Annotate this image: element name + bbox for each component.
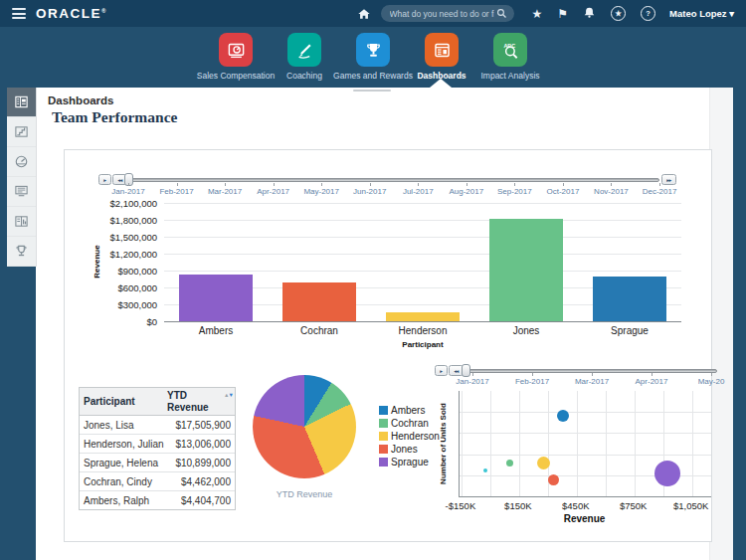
table-row[interactable]: Jones, Lisa$17,505,900 bbox=[80, 416, 235, 435]
pie-chart-caption: YTD Revenue bbox=[253, 489, 356, 499]
oracle-logo: ORACLE® bbox=[36, 6, 105, 21]
y-tick-label: $0 bbox=[146, 316, 157, 327]
search-input[interactable] bbox=[388, 8, 496, 20]
bar-jones[interactable] bbox=[489, 219, 563, 321]
table-row[interactable]: Ambers, Ralph$4,404,700 bbox=[80, 491, 235, 509]
hamburger-menu-icon[interactable] bbox=[12, 6, 26, 22]
timeline-tick bbox=[225, 183, 226, 186]
watchlist-flag-icon[interactable]: ⚑ bbox=[557, 8, 568, 20]
sidebar-item-dashboard[interactable] bbox=[7, 88, 36, 117]
search-icon[interactable] bbox=[496, 5, 507, 23]
y-tick-label: $1,800,000 bbox=[109, 215, 157, 226]
timeline-month-label: Aug-2017 bbox=[443, 187, 490, 196]
y-tick-label: $900,000 bbox=[117, 266, 157, 277]
bubble-chart-x-axis-title: Revenue bbox=[459, 513, 710, 524]
help-icon[interactable]: ? bbox=[641, 6, 655, 21]
active-nav-pointer bbox=[430, 79, 452, 88]
timeline-tick bbox=[563, 183, 564, 186]
legend-item-ambers: Ambers bbox=[379, 404, 440, 417]
table-row[interactable]: Henderson, Julian$13,006,000 bbox=[80, 435, 235, 454]
timeline-tick bbox=[370, 183, 371, 186]
timeline2-handle[interactable] bbox=[462, 364, 470, 377]
bubble-jones[interactable] bbox=[548, 474, 559, 485]
x-tick-label: $1,050K bbox=[661, 500, 721, 511]
gridline bbox=[462, 391, 463, 496]
bar-chart-x-axis-title: Participant bbox=[164, 340, 681, 349]
favorites-star-icon[interactable]: ★ bbox=[532, 8, 543, 20]
notifications-bell-icon[interactable] bbox=[583, 6, 596, 21]
nav-item-sales-compensation[interactable]: Sales Compensation bbox=[205, 27, 267, 88]
nav-scroll-handle[interactable] bbox=[353, 90, 391, 92]
ytd-revenue-pie-chart[interactable] bbox=[253, 375, 356, 478]
x-tick-label: $150K bbox=[488, 500, 548, 511]
timeline-month-label: Mar-2017 bbox=[201, 187, 249, 196]
bar-ambers[interactable] bbox=[179, 275, 253, 321]
sidebar-item-panels-chart[interactable] bbox=[7, 207, 36, 237]
bubble-cochran[interactable] bbox=[506, 460, 513, 467]
nav-label: Games and Rewards bbox=[333, 71, 413, 81]
y-tick-label: $2,100,000 bbox=[109, 198, 157, 209]
bubble-sprague[interactable] bbox=[654, 461, 680, 486]
table-row[interactable]: Cochran, Cindy$4,462,000 bbox=[80, 472, 235, 491]
bubble-ambers[interactable] bbox=[557, 410, 569, 422]
nav-item-games-and-rewards[interactable]: Games and Rewards bbox=[342, 27, 404, 88]
bubble-chart-plot bbox=[459, 391, 711, 497]
y-tick-label: $1,500,000 bbox=[109, 232, 157, 243]
dashboards-icon bbox=[425, 33, 459, 67]
home-icon[interactable] bbox=[357, 7, 371, 21]
timeline-month-label: Jul-2017 bbox=[394, 187, 442, 196]
bar-chart-plot bbox=[164, 203, 681, 322]
timeline1-fast-forward-button[interactable]: ▸▸ bbox=[661, 174, 676, 185]
bubble-henderson[interactable] bbox=[537, 457, 550, 469]
legend-item-sprague: Sprague bbox=[379, 456, 440, 468]
timeline-tick bbox=[418, 183, 419, 186]
table-header[interactable]: Participant YTD Revenue ▲▼ bbox=[80, 388, 235, 416]
timeline-month-label: Jan-2017 bbox=[449, 377, 496, 386]
cell-ytd-revenue: $13,006,000 bbox=[165, 439, 235, 450]
sidebar-item-steps[interactable] bbox=[7, 117, 36, 147]
sidebar-item-trophy[interactable] bbox=[7, 237, 36, 267]
legend-label: Henderson bbox=[391, 431, 440, 442]
timeline-tick bbox=[532, 373, 533, 376]
global-search[interactable] bbox=[381, 5, 514, 22]
timeline1-track[interactable] bbox=[128, 178, 659, 182]
x-tick-label: Ambers bbox=[164, 325, 268, 336]
gridline bbox=[460, 412, 711, 413]
table-body: Jones, Lisa$17,505,900Henderson, Julian$… bbox=[80, 416, 235, 509]
timeline-month-label: Feb-2017 bbox=[508, 377, 556, 386]
sidebar-item-gauge[interactable] bbox=[7, 147, 36, 177]
timeline-month-label: May-20 bbox=[687, 377, 735, 386]
gridline bbox=[606, 391, 607, 496]
bar-henderson[interactable] bbox=[386, 312, 460, 321]
timeline-month-label: Dec-2017 bbox=[636, 187, 683, 196]
user-menu[interactable]: Mateo Lopez ▾ bbox=[669, 8, 734, 19]
legend-label: Sprague bbox=[391, 457, 429, 467]
bubble-chart-x-ticks: -$150K$150K$450K$750K$1,050K bbox=[459, 500, 710, 512]
column-header-ytd-revenue[interactable]: YTD Revenue ▲▼ bbox=[165, 388, 235, 415]
timeline1-play-button[interactable]: ▸ bbox=[98, 174, 111, 185]
bar-sprague[interactable] bbox=[593, 277, 666, 321]
nav-item-impact-analysis[interactable]: ABC Impact Analysis bbox=[479, 27, 541, 88]
legend-swatch bbox=[379, 432, 388, 441]
legend-swatch bbox=[379, 458, 388, 467]
gridline bbox=[577, 391, 578, 496]
y-tick-label: $1,200,000 bbox=[109, 249, 157, 260]
timeline2-track[interactable] bbox=[465, 369, 717, 373]
y-tick-label: $600,000 bbox=[117, 282, 157, 293]
bar-cochran[interactable] bbox=[282, 282, 356, 321]
column-header-participant[interactable]: Participant bbox=[80, 394, 165, 409]
sidebar-item-plan-grid[interactable] bbox=[7, 177, 36, 207]
nav-item-coaching[interactable]: Coaching bbox=[274, 27, 335, 88]
sort-icons[interactable]: ▲▼ bbox=[224, 392, 233, 398]
timeline1-months: Jan-2017Feb-2017Mar-2017Apr-2017May-2017… bbox=[128, 186, 659, 198]
timeline2-play-button[interactable]: ▸ bbox=[435, 365, 448, 376]
y-tick-label: $300,000 bbox=[117, 299, 157, 310]
gridline bbox=[692, 391, 693, 496]
timeline-tick bbox=[321, 183, 322, 186]
table-row[interactable]: Sprague, Helena$10,899,000 bbox=[80, 454, 235, 472]
gridline bbox=[519, 391, 520, 496]
accessibility-icon[interactable]: ★ bbox=[611, 6, 626, 21]
bubble-small-dot[interactable] bbox=[483, 468, 487, 472]
x-tick-label: $750K bbox=[604, 500, 663, 511]
nav-label: Impact Analysis bbox=[470, 71, 550, 81]
